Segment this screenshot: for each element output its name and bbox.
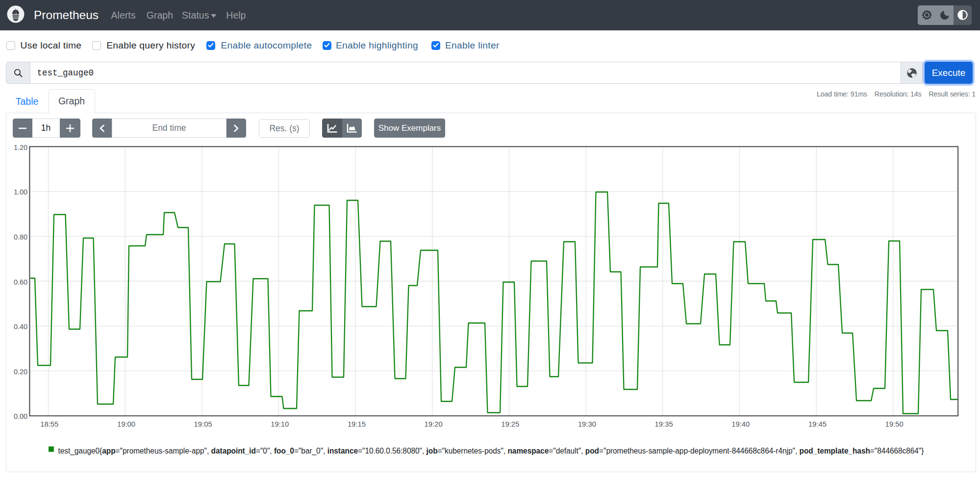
svg-text:19:25: 19:25 [501, 420, 519, 428]
svg-text:19:05: 19:05 [194, 420, 212, 428]
svg-text:0.40: 0.40 [14, 323, 27, 331]
svg-text:19:15: 19:15 [348, 420, 366, 428]
svg-text:1.00: 1.00 [14, 188, 27, 196]
svg-text:19:10: 19:10 [271, 420, 289, 428]
svg-text:0.60: 0.60 [14, 278, 27, 286]
svg-text:19:35: 19:35 [655, 420, 673, 428]
svg-text:1.20: 1.20 [14, 144, 27, 151]
svg-text:18:55: 18:55 [40, 420, 58, 428]
svg-text:19:40: 19:40 [731, 420, 750, 428]
svg-text:19:45: 19:45 [808, 420, 827, 428]
svg-text:test_gauge0{app="prometheus-sa: test_gauge0{app="prometheus-sample-app",… [58, 446, 924, 456]
svg-text:19:00: 19:00 [117, 420, 135, 428]
svg-text:0.80: 0.80 [14, 233, 27, 241]
svg-text:19:50: 19:50 [885, 420, 904, 428]
svg-text:19:30: 19:30 [578, 420, 596, 428]
svg-text:0.20: 0.20 [14, 368, 27, 376]
svg-text:0.00: 0.00 [14, 412, 27, 420]
svg-text:19:20: 19:20 [425, 420, 443, 428]
